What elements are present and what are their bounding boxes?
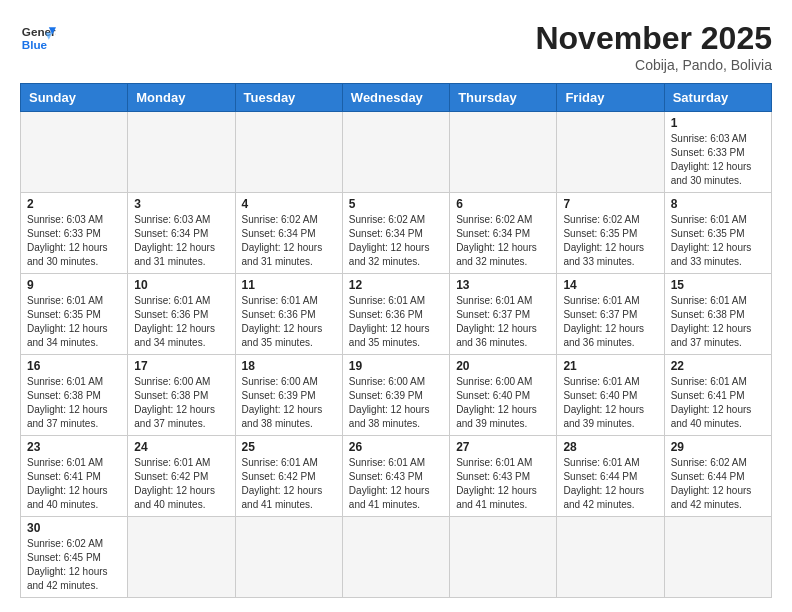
- day-info: Sunrise: 6:01 AM Sunset: 6:35 PM Dayligh…: [671, 213, 765, 269]
- svg-text:Blue: Blue: [22, 38, 48, 51]
- calendar-cell: [235, 112, 342, 193]
- calendar-cell: [21, 112, 128, 193]
- calendar-cell: 13Sunrise: 6:01 AM Sunset: 6:37 PM Dayli…: [450, 274, 557, 355]
- calendar-cell: 9Sunrise: 6:01 AM Sunset: 6:35 PM Daylig…: [21, 274, 128, 355]
- day-number: 19: [349, 359, 443, 373]
- title-block: November 2025 Cobija, Pando, Bolivia: [535, 20, 772, 73]
- weekday-header-saturday: Saturday: [664, 84, 771, 112]
- day-number: 13: [456, 278, 550, 292]
- day-number: 20: [456, 359, 550, 373]
- svg-text:General: General: [22, 25, 56, 38]
- calendar-cell: 18Sunrise: 6:00 AM Sunset: 6:39 PM Dayli…: [235, 355, 342, 436]
- calendar-cell: 25Sunrise: 6:01 AM Sunset: 6:42 PM Dayli…: [235, 436, 342, 517]
- day-number: 21: [563, 359, 657, 373]
- day-number: 5: [349, 197, 443, 211]
- month-title: November 2025: [535, 20, 772, 57]
- calendar-cell: 23Sunrise: 6:01 AM Sunset: 6:41 PM Dayli…: [21, 436, 128, 517]
- calendar-cell: 15Sunrise: 6:01 AM Sunset: 6:38 PM Dayli…: [664, 274, 771, 355]
- calendar-cell: 30Sunrise: 6:02 AM Sunset: 6:45 PM Dayli…: [21, 517, 128, 598]
- day-number: 15: [671, 278, 765, 292]
- day-info: Sunrise: 6:01 AM Sunset: 6:42 PM Dayligh…: [242, 456, 336, 512]
- day-number: 9: [27, 278, 121, 292]
- day-info: Sunrise: 6:01 AM Sunset: 6:36 PM Dayligh…: [349, 294, 443, 350]
- day-number: 2: [27, 197, 121, 211]
- calendar-cell: [450, 112, 557, 193]
- day-info: Sunrise: 6:00 AM Sunset: 6:39 PM Dayligh…: [349, 375, 443, 431]
- day-info: Sunrise: 6:01 AM Sunset: 6:41 PM Dayligh…: [27, 456, 121, 512]
- calendar-cell: 24Sunrise: 6:01 AM Sunset: 6:42 PM Dayli…: [128, 436, 235, 517]
- day-info: Sunrise: 6:02 AM Sunset: 6:34 PM Dayligh…: [242, 213, 336, 269]
- calendar-cell: 5Sunrise: 6:02 AM Sunset: 6:34 PM Daylig…: [342, 193, 449, 274]
- weekday-header-thursday: Thursday: [450, 84, 557, 112]
- weekday-header-monday: Monday: [128, 84, 235, 112]
- calendar-cell: 2Sunrise: 6:03 AM Sunset: 6:33 PM Daylig…: [21, 193, 128, 274]
- day-info: Sunrise: 6:03 AM Sunset: 6:34 PM Dayligh…: [134, 213, 228, 269]
- calendar-week-row: 2Sunrise: 6:03 AM Sunset: 6:33 PM Daylig…: [21, 193, 772, 274]
- day-number: 16: [27, 359, 121, 373]
- day-info: Sunrise: 6:02 AM Sunset: 6:34 PM Dayligh…: [456, 213, 550, 269]
- calendar-cell: [450, 517, 557, 598]
- general-blue-logo-icon: General Blue: [20, 20, 56, 56]
- calendar-cell: [664, 517, 771, 598]
- day-number: 3: [134, 197, 228, 211]
- calendar-cell: 3Sunrise: 6:03 AM Sunset: 6:34 PM Daylig…: [128, 193, 235, 274]
- calendar-cell: 7Sunrise: 6:02 AM Sunset: 6:35 PM Daylig…: [557, 193, 664, 274]
- day-number: 11: [242, 278, 336, 292]
- day-number: 6: [456, 197, 550, 211]
- day-number: 24: [134, 440, 228, 454]
- calendar-cell: 11Sunrise: 6:01 AM Sunset: 6:36 PM Dayli…: [235, 274, 342, 355]
- calendar-cell: 20Sunrise: 6:00 AM Sunset: 6:40 PM Dayli…: [450, 355, 557, 436]
- weekday-header-wednesday: Wednesday: [342, 84, 449, 112]
- day-info: Sunrise: 6:02 AM Sunset: 6:35 PM Dayligh…: [563, 213, 657, 269]
- calendar-cell: [128, 112, 235, 193]
- day-info: Sunrise: 6:01 AM Sunset: 6:43 PM Dayligh…: [349, 456, 443, 512]
- calendar-cell: [557, 517, 664, 598]
- day-number: 28: [563, 440, 657, 454]
- day-number: 18: [242, 359, 336, 373]
- calendar-cell: 8Sunrise: 6:01 AM Sunset: 6:35 PM Daylig…: [664, 193, 771, 274]
- day-number: 7: [563, 197, 657, 211]
- calendar-cell: 4Sunrise: 6:02 AM Sunset: 6:34 PM Daylig…: [235, 193, 342, 274]
- day-number: 30: [27, 521, 121, 535]
- day-info: Sunrise: 6:01 AM Sunset: 6:37 PM Dayligh…: [456, 294, 550, 350]
- calendar-cell: 27Sunrise: 6:01 AM Sunset: 6:43 PM Dayli…: [450, 436, 557, 517]
- day-info: Sunrise: 6:02 AM Sunset: 6:34 PM Dayligh…: [349, 213, 443, 269]
- day-number: 8: [671, 197, 765, 211]
- calendar-cell: 21Sunrise: 6:01 AM Sunset: 6:40 PM Dayli…: [557, 355, 664, 436]
- calendar-week-row: 16Sunrise: 6:01 AM Sunset: 6:38 PM Dayli…: [21, 355, 772, 436]
- calendar-table: SundayMondayTuesdayWednesdayThursdayFrid…: [20, 83, 772, 598]
- day-info: Sunrise: 6:03 AM Sunset: 6:33 PM Dayligh…: [671, 132, 765, 188]
- calendar-cell: 12Sunrise: 6:01 AM Sunset: 6:36 PM Dayli…: [342, 274, 449, 355]
- calendar-cell: 16Sunrise: 6:01 AM Sunset: 6:38 PM Dayli…: [21, 355, 128, 436]
- day-number: 4: [242, 197, 336, 211]
- calendar-cell: 1Sunrise: 6:03 AM Sunset: 6:33 PM Daylig…: [664, 112, 771, 193]
- day-info: Sunrise: 6:03 AM Sunset: 6:33 PM Dayligh…: [27, 213, 121, 269]
- day-number: 25: [242, 440, 336, 454]
- day-info: Sunrise: 6:01 AM Sunset: 6:35 PM Dayligh…: [27, 294, 121, 350]
- weekday-header-row: SundayMondayTuesdayWednesdayThursdayFrid…: [21, 84, 772, 112]
- day-number: 14: [563, 278, 657, 292]
- calendar-cell: [342, 112, 449, 193]
- day-info: Sunrise: 6:01 AM Sunset: 6:37 PM Dayligh…: [563, 294, 657, 350]
- weekday-header-tuesday: Tuesday: [235, 84, 342, 112]
- calendar-cell: 17Sunrise: 6:00 AM Sunset: 6:38 PM Dayli…: [128, 355, 235, 436]
- day-info: Sunrise: 6:00 AM Sunset: 6:40 PM Dayligh…: [456, 375, 550, 431]
- weekday-header-sunday: Sunday: [21, 84, 128, 112]
- day-info: Sunrise: 6:02 AM Sunset: 6:44 PM Dayligh…: [671, 456, 765, 512]
- calendar-cell: 19Sunrise: 6:00 AM Sunset: 6:39 PM Dayli…: [342, 355, 449, 436]
- day-info: Sunrise: 6:01 AM Sunset: 6:42 PM Dayligh…: [134, 456, 228, 512]
- day-info: Sunrise: 6:01 AM Sunset: 6:36 PM Dayligh…: [134, 294, 228, 350]
- weekday-header-friday: Friday: [557, 84, 664, 112]
- calendar-cell: [557, 112, 664, 193]
- calendar-cell: 22Sunrise: 6:01 AM Sunset: 6:41 PM Dayli…: [664, 355, 771, 436]
- day-info: Sunrise: 6:02 AM Sunset: 6:45 PM Dayligh…: [27, 537, 121, 593]
- day-info: Sunrise: 6:00 AM Sunset: 6:39 PM Dayligh…: [242, 375, 336, 431]
- calendar-week-row: 1Sunrise: 6:03 AM Sunset: 6:33 PM Daylig…: [21, 112, 772, 193]
- page-header: General Blue November 2025 Cobija, Pando…: [20, 20, 772, 73]
- calendar-week-row: 23Sunrise: 6:01 AM Sunset: 6:41 PM Dayli…: [21, 436, 772, 517]
- location-subtitle: Cobija, Pando, Bolivia: [535, 57, 772, 73]
- day-number: 26: [349, 440, 443, 454]
- logo: General Blue: [20, 20, 56, 56]
- day-number: 29: [671, 440, 765, 454]
- calendar-cell: [128, 517, 235, 598]
